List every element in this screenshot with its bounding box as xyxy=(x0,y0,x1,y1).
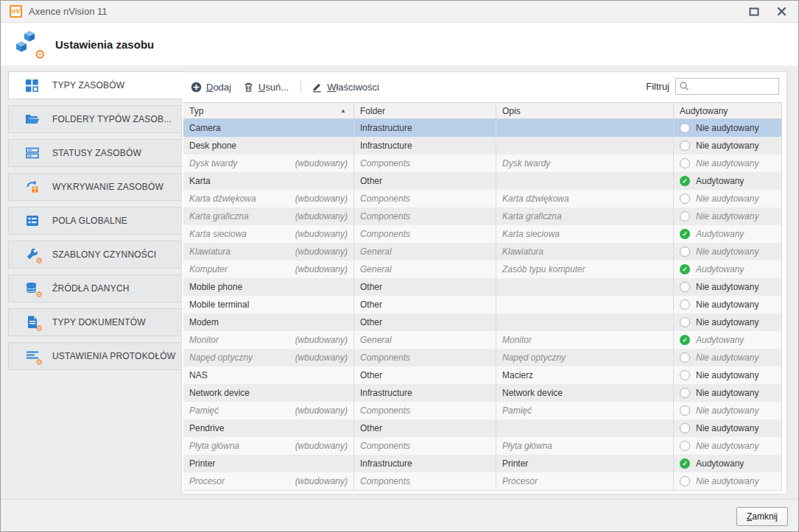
column-header-audytowany[interactable]: Audytowany xyxy=(674,103,782,118)
builtin-suffix: (wbudowany) xyxy=(295,476,348,486)
sidebar-item-label: FOLDERY TYPÓW ZASOB... xyxy=(52,114,172,124)
audited-check-icon[interactable]: ✓ xyxy=(680,229,690,239)
add-button[interactable]: Dodaj xyxy=(191,82,231,93)
table-row[interactable]: Karta graficzna(wbudowany)ComponentsKart… xyxy=(183,208,782,225)
not-audited-radio-icon[interactable] xyxy=(680,476,690,486)
cell-audytowany: Nie audytowany xyxy=(674,243,782,260)
app-logo-icon: nV xyxy=(10,5,22,18)
remove-button[interactable]: Usuń... xyxy=(243,82,289,93)
table-row[interactable]: Mobile terminalOtherNie audytowany xyxy=(183,296,782,313)
sidebar-item-resource-types[interactable]: TYPY ZASOBÓW xyxy=(8,71,183,99)
cell-typ: Desk phone xyxy=(183,137,354,155)
not-audited-radio-icon[interactable] xyxy=(680,352,690,363)
filter-input[interactable] xyxy=(675,78,779,95)
cell-opis: Pamięć xyxy=(496,402,674,419)
cell-typ: Mobile terminal xyxy=(183,296,354,313)
status-list-icon xyxy=(25,146,40,160)
table-row[interactable]: Monitor(wbudowany)GeneralMonitor✓Audytow… xyxy=(183,331,782,349)
column-header-folder[interactable]: Folder xyxy=(354,103,496,118)
cell-folder: General xyxy=(354,260,496,278)
not-audited-radio-icon[interactable] xyxy=(680,158,690,169)
table-row[interactable]: Komputer(wbudowany)GeneralZasób typu kom… xyxy=(183,260,782,278)
cell-typ: Printer xyxy=(183,455,354,472)
audited-check-icon[interactable]: ✓ xyxy=(680,176,690,186)
close-button[interactable]: Zamknij xyxy=(736,507,788,526)
table-row[interactable]: Dysk twardy(wbudowany)ComponentsDysk twa… xyxy=(183,155,782,172)
table-row[interactable]: Procesor(wbudowany)ComponentsProcesorNie… xyxy=(183,472,782,490)
not-audited-radio-icon[interactable] xyxy=(680,370,690,380)
column-header-typ[interactable]: Typ▲ xyxy=(183,103,354,118)
plus-circle-icon xyxy=(191,82,202,93)
not-audited-radio-icon[interactable] xyxy=(680,405,690,416)
not-audited-radio-icon[interactable] xyxy=(680,317,690,327)
sidebar-item-protocol-settings[interactable]: ⚙USTAWIENIA PROTOKOŁÓW xyxy=(8,342,182,370)
cell-typ: Modem xyxy=(183,313,354,331)
cell-audytowany: Nie audytowany xyxy=(674,472,782,490)
table-row[interactable]: ModemOtherNie audytowany xyxy=(183,313,782,331)
sidebar-item-data-sources[interactable]: ⚙ŹRÓDŁA DANYCH xyxy=(8,274,182,302)
database-gear-icon: ⚙ xyxy=(25,281,40,296)
sidebar-item-resource-statuses[interactable]: STATUSY ZASOBÓW xyxy=(8,139,182,167)
cell-folder: Other xyxy=(354,172,496,190)
table-row[interactable]: Mobile phoneOtherNie audytowany xyxy=(183,278,782,296)
not-audited-radio-icon[interactable] xyxy=(680,211,690,221)
sidebar-item-document-types[interactable]: ⚙TYPY DOKUMENTÓW xyxy=(8,308,182,336)
audited-check-icon[interactable]: ✓ xyxy=(680,335,690,345)
sidebar-item-label: TYPY ZASOBÓW xyxy=(52,80,124,91)
table-row[interactable]: PrinterInfrastructurePrinter✓Audytowany xyxy=(183,455,782,472)
cell-typ: Karta dźwiękowa(wbudowany) xyxy=(183,190,354,208)
table-row[interactable]: Karta sieciowa(wbudowany)ComponentsKarta… xyxy=(183,225,782,243)
cell-folder: Components xyxy=(354,472,496,490)
close-icon[interactable] xyxy=(777,7,786,16)
audited-check-icon[interactable]: ✓ xyxy=(680,264,690,274)
sidebar-item-resource-type-folders[interactable]: FOLDERY TYPÓW ZASOB... xyxy=(8,105,182,133)
table-row[interactable]: Klawiatura(wbudowany)GeneralKlawiaturaNi… xyxy=(183,243,782,260)
table-row[interactable]: Network deviceInfrastructureNetwork devi… xyxy=(183,384,782,402)
audited-check-icon[interactable]: ✓ xyxy=(680,458,690,469)
cell-opis: Macierz xyxy=(496,366,674,384)
cell-folder: General xyxy=(354,243,496,260)
table-row[interactable]: Desk phoneInfrastructureNie audytowany xyxy=(183,137,782,155)
cell-audytowany: ✓Audytowany xyxy=(674,331,782,349)
not-audited-radio-icon[interactable] xyxy=(680,299,690,310)
table-row[interactable]: Płyta główna(wbudowany)ComponentsPłyta g… xyxy=(183,437,782,455)
trash-icon xyxy=(243,82,254,93)
not-audited-radio-icon[interactable] xyxy=(680,282,690,292)
cell-audytowany: ✓Audytowany xyxy=(674,455,782,472)
not-audited-radio-icon[interactable] xyxy=(680,194,690,204)
maximize-button[interactable] xyxy=(749,7,759,16)
cell-typ: Procesor(wbudowany) xyxy=(183,472,354,490)
cell-opis: Klawiatura xyxy=(496,243,674,260)
table-row[interactable]: Napęd optyczny(wbudowany)ComponentsNapęd… xyxy=(183,349,782,366)
cell-folder: Components xyxy=(354,437,496,455)
table-row[interactable]: Pamięć(wbudowany)ComponentsPamięćNie aud… xyxy=(183,402,782,419)
cell-folder: Infrastructure xyxy=(354,455,496,472)
window-title: Axence nVision 11 xyxy=(29,6,107,17)
properties-button[interactable]: Właściwości xyxy=(311,82,379,93)
not-audited-radio-icon[interactable] xyxy=(680,141,690,151)
table-row[interactable]: PendriveOtherNie audytowany xyxy=(183,419,782,437)
sidebar-item-global-fields[interactable]: POLA GLOBALNE xyxy=(8,207,182,235)
global-fields-icon xyxy=(25,213,40,228)
cell-opis: Monitor xyxy=(496,331,674,349)
not-audited-radio-icon[interactable] xyxy=(680,247,690,257)
column-header-opis[interactable]: Opis xyxy=(496,103,674,118)
sidebar-item-resource-discovery[interactable]: WYKRYWANIE ZASOBÓW xyxy=(8,173,182,201)
cell-folder: Other xyxy=(354,419,496,437)
cell-audytowany: Nie audytowany xyxy=(674,119,782,137)
document-gear-icon: ⚙ xyxy=(25,315,40,330)
cell-typ: Komputer(wbudowany) xyxy=(183,260,354,278)
cell-opis: Dysk twardy xyxy=(496,155,674,172)
cell-opis xyxy=(496,137,674,155)
cell-opis: Karta dźwiękowa xyxy=(496,190,674,208)
table-row[interactable]: KartaOther✓Audytowany xyxy=(183,172,782,190)
table-row[interactable]: NASOtherMacierzNie audytowany xyxy=(183,366,782,384)
cell-opis xyxy=(496,296,674,313)
table-row[interactable]: CameraInfrastructureNie audytowany xyxy=(183,119,782,137)
sidebar-item-activity-templates[interactable]: ⚙SZABLONY CZYNNOŚCI xyxy=(8,241,182,269)
not-audited-radio-icon[interactable] xyxy=(680,423,690,433)
not-audited-radio-icon[interactable] xyxy=(680,441,690,451)
table-row[interactable]: Karta dźwiękowa(wbudowany)ComponentsKart… xyxy=(183,190,782,208)
not-audited-radio-icon[interactable] xyxy=(680,123,690,133)
not-audited-radio-icon[interactable] xyxy=(680,388,690,398)
